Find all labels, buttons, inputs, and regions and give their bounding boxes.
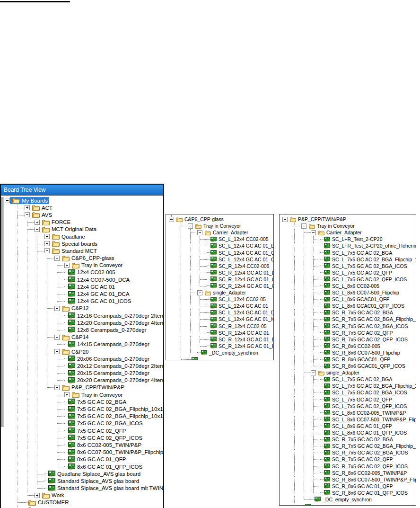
tree-node-label[interactable]: Work <box>50 492 64 498</box>
tree-node[interactable]: SC_R_12x4 CC02-05 <box>169 323 273 330</box>
tree-node[interactable]: SC_L_8x6 GC AC 01_QFP <box>282 423 416 429</box>
tree-node[interactable]: Standard Siplace_AVS glas board mit TWIN… <box>5 485 163 492</box>
tree-node-label[interactable]: My Boards <box>20 198 48 204</box>
tree-node[interactable]: SC_L_8x6 CC07-500_TWIN/P&P_Flipchip <box>282 416 416 423</box>
expand-toggle[interactable] <box>25 212 30 217</box>
tree-node[interactable]: Carrier_Adapter <box>169 229 273 236</box>
tree-node[interactable]: 12x8 Cerampads_0-270degr <box>5 326 163 333</box>
tree-node-label[interactable]: SC_R_7x5 GC AC 02_BGA_ICOS <box>330 323 408 329</box>
tree-node-label[interactable]: SC_R_12x4 GC AC 01_DCA <box>217 337 274 342</box>
tree-node-label[interactable]: _DC_empty_synchron <box>207 350 258 356</box>
tree-node[interactable]: 14x15 Cerampads_0-270degr <box>5 341 163 348</box>
tree-node[interactable]: SC_L_12x4 GC AC 01 <box>169 303 273 309</box>
tree-node-label[interactable]: SC_R_8x6 CC07-500_TWIN/P&P_Flipchip <box>330 477 416 482</box>
tree-node-label[interactable]: 7x5 GC AC 02_QFP_ICOS <box>75 435 142 441</box>
tree-node[interactable]: CUSTOMER <box>5 499 163 506</box>
tree-node-label[interactable]: C&P6_CPP-glass <box>183 216 224 222</box>
tree-node[interactable]: SC_R_7x5 GC AC 02_QFP_ICOS <box>282 463 416 469</box>
tree-node-label[interactable]: C&P20 <box>70 349 88 355</box>
tree-node-label[interactable]: Standard Siplace_AVS glas board <box>55 478 139 484</box>
tree-node-label[interactable]: single_Adapter <box>324 370 359 375</box>
tree-node[interactable]: 12x20 Cerampads_0-270degr 4Items <box>5 319 163 326</box>
expand-toggle[interactable] <box>311 230 316 235</box>
tree-node-label[interactable]: SC_R_8x6 GCAC01_QFP <box>330 356 390 362</box>
expand-toggle[interactable] <box>35 220 40 225</box>
tree-node-label[interactable]: SC_R_8x6 CC02-005_TWIN/P&P <box>330 470 407 476</box>
tree-node[interactable]: 20x06 Cerampads_0-270degr <box>5 355 163 362</box>
tree-node-label[interactable]: SC_L_7x5 GC AC 02_QFP <box>330 397 392 402</box>
tree-node[interactable]: SC_R_12x4 CC02-005 <box>169 263 273 269</box>
tree-node[interactable]: MCT Original Data <box>5 226 163 233</box>
expand-toggle[interactable] <box>197 290 202 295</box>
tree-node[interactable]: SC_L_12x4 CC02-005 <box>169 236 273 242</box>
tree-node-label[interactable]: SC_L+R_Test_2-CP20_ohne_Höhenmarken <box>330 243 416 249</box>
tree-node[interactable]: SC_L+R_Test_2-CP20 <box>282 236 416 242</box>
expand-toggle[interactable] <box>64 392 70 397</box>
tree-node[interactable]: SC_L+R_Test_2-CP20_ohne_Höhenmarken <box>282 242 416 249</box>
tree-node[interactable]: SC_R_8x6 GCAC01_QFP <box>282 356 416 363</box>
tree-node[interactable]: FORCE <box>5 219 163 226</box>
tree-node-label[interactable]: Carrier_Adapter <box>211 230 248 235</box>
tree-node-label[interactable]: SC_L_7x5 GC AC 02_QFP_ICOS <box>330 403 407 409</box>
tree-node-label[interactable]: MCT Original Data <box>50 226 96 232</box>
tree-node[interactable]: SC_R_8x6 GC AC 01_QFP_ICOS <box>282 490 416 496</box>
expand-toggle[interactable] <box>311 370 316 375</box>
tree-node[interactable]: single_Adapter <box>169 289 273 296</box>
tree-node-label[interactable]: 8x6 CC02-005_TWIN/P&P <box>75 442 141 448</box>
tree-node[interactable]: SC_R_8x6 CC02-005 <box>282 343 416 349</box>
tree-node[interactable]: SC_L_7x5 GC AC 02_QFP <box>282 269 416 276</box>
tree-node[interactable]: SC_R_7x5 GC AC 02_BGA_ICOS <box>282 323 416 330</box>
tree-node-label[interactable]: 12x4 CC07-500_DCA <box>75 277 130 283</box>
tree-node-label[interactable]: SC_L_12x4 GC AC 01_ICOS <box>217 316 274 322</box>
tree-node[interactable]: SC_R_8x6 CC02-005_TWIN/P&P <box>282 470 416 476</box>
tree-node-label[interactable]: 20x20 Cerampads_0-270degr 4Items <box>75 377 164 383</box>
tree-node-label[interactable]: 20x06 Cerampads_0-270degr <box>75 356 149 362</box>
tree-node[interactable]: C&P6_CPP-glass <box>169 216 273 223</box>
tree-node[interactable]: C&P20 <box>5 348 163 355</box>
tree-node-label[interactable]: SC_R_7x5 GC AC 02_QFP <box>330 330 393 336</box>
tree-node-label[interactable]: SC_L_7x5 GC AC 02_QFP_ICOS <box>330 276 407 282</box>
tree-node[interactable]: SC_R_7x5 GC AC 02_QFP <box>282 456 416 463</box>
tree-node[interactable]: SC_R_12x4 GC AC 01_QFP <box>169 276 273 283</box>
expand-toggle[interactable] <box>197 230 202 235</box>
tree-node-label[interactable]: Tray in Conveyor <box>315 223 355 229</box>
expand-toggle[interactable] <box>301 223 306 229</box>
tree-node-label[interactable]: Carrier_Adapter <box>324 230 362 235</box>
tree-node[interactable]: SC_L_12x4 GC AC 01_QFP <box>169 249 273 256</box>
expand-toggle[interactable] <box>44 248 50 253</box>
tree-node[interactable]: SC_R_8x6 CC07-500_TWIN/P&P_Flipchip <box>282 476 416 483</box>
tree-node-label[interactable]: 7x5 GC AC 02_BGA <box>75 399 126 405</box>
expand-toggle[interactable] <box>54 335 60 340</box>
tree-node[interactable]: 20x15 Cerampads_0-270degr <box>5 370 163 377</box>
tree-node-label[interactable]: P&P_CPP/TWIN/P&P <box>70 384 124 390</box>
tree-node[interactable]: 12x16 Cerampads_0-270degr 2Items <box>5 312 163 319</box>
tree-node-label[interactable]: Tray in Conveyor <box>201 223 241 229</box>
tree-node[interactable]: SC_L_7x5 GC AC 02_BGA_Flipchip_10x10 <box>282 256 416 263</box>
window-titlebar[interactable]: Board Tree View <box>1 185 163 196</box>
expand-toggle[interactable] <box>35 493 40 498</box>
tree-node-label[interactable]: AVS <box>40 212 52 218</box>
tree-node[interactable]: Tray in Conveyor <box>282 223 416 229</box>
tree-node[interactable]: AVS <box>5 211 163 218</box>
tree-node-label[interactable]: SC_L_7x5 GC AC 02_BGA <box>330 250 392 256</box>
tree-node-label[interactable]: _DC_empty_synchron <box>321 497 372 502</box>
tree-node[interactable]: SC_R_7x5 GC AC 02_BGA_Flipchip_10x10 <box>282 316 416 322</box>
tree-node-label[interactable]: SC_L_8x6 GCAC01_QFP_ICOS <box>330 303 404 309</box>
tree-node[interactable]: Work <box>5 492 163 499</box>
tree-node-label[interactable]: SC_L_12x4 GC AC 01_QFP <box>217 250 274 256</box>
tree-node-label[interactable]: 8x6 CC07-500_TWIN/P&P_Flipchip <box>75 449 163 455</box>
tree-node[interactable]: SC_L_7x5 GC AC 02_BGA <box>282 376 416 383</box>
tree-node[interactable] <box>5 506 163 508</box>
tree-node-label[interactable]: 12x20 Cerampads_0-270degr 4Items <box>75 320 164 326</box>
tree-node[interactable]: 12x4 GC AC 01 <box>5 283 163 290</box>
expand-toggle[interactable] <box>282 217 288 222</box>
tree-node-label[interactable]: SC_R_7x5 GC AC 02_QFP_ICOS <box>330 463 408 469</box>
tree-node-label[interactable]: 12x8 Cerampads_0-270degr <box>75 327 146 333</box>
tree-node[interactable]: SC_R_7x5 GC AC 02_BGA <box>282 436 416 443</box>
tree-node-label[interactable]: C&P6_CPP-glass <box>70 255 114 261</box>
tree-node[interactable]: Standard Siplace_AVS glas board <box>5 477 163 484</box>
tree-node[interactable]: SC_L_8x6 CC02-005_TWIN/P&P <box>282 410 416 416</box>
tree-node[interactable] <box>282 503 416 506</box>
tree-node[interactable]: Quadlane <box>5 233 163 240</box>
tree-node-label[interactable]: CUSTOMER <box>36 499 69 505</box>
